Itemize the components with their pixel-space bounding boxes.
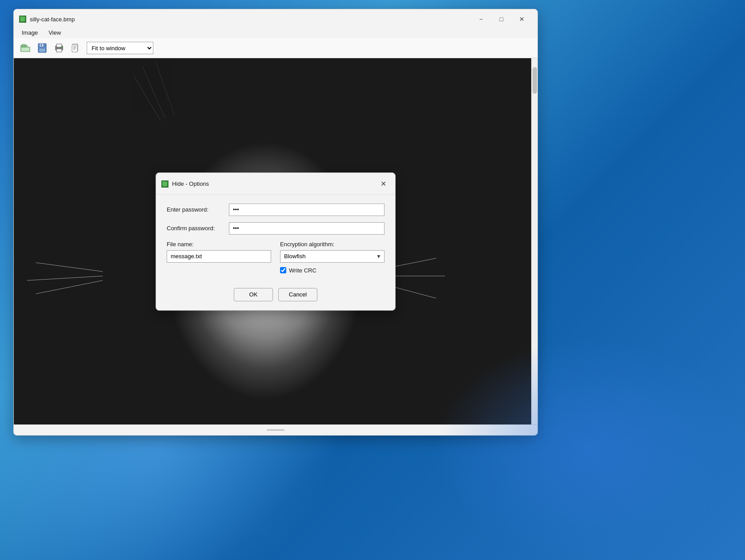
toolbar-save-button[interactable]	[34, 40, 50, 56]
dialog-title-left: Hide - Options	[161, 180, 209, 188]
algorithm-label: Encryption algorithm:	[280, 241, 385, 248]
toolbar-properties-button[interactable]	[68, 40, 84, 56]
dialog-title-bar: Hide - Options ✕	[156, 173, 395, 195]
algorithm-section: Encryption algorithm: Blowfish AES DES 3…	[280, 241, 385, 274]
svg-rect-5	[39, 48, 45, 52]
dialog-body: Enter password: Confirm password: File n…	[156, 195, 395, 283]
menu-image[interactable]: Image	[17, 28, 42, 37]
title-bar-left: silly-cat-face.bmp	[19, 16, 75, 23]
app-window: silly-cat-face.bmp − □ ✕ Image View	[13, 9, 538, 436]
close-button[interactable]: ✕	[512, 12, 532, 26]
window-title: silly-cat-face.bmp	[30, 16, 75, 23]
ok-button[interactable]: OK	[234, 288, 273, 301]
cancel-button[interactable]: Cancel	[278, 288, 317, 301]
title-bar: silly-cat-face.bmp − □ ✕	[14, 9, 537, 27]
zoom-select[interactable]: Fit to window 100% 75% 50% 25% 200%	[87, 42, 153, 54]
form-lower: File name: Encryption algorithm: Blowfis…	[167, 241, 385, 274]
toolbar: Fit to window 100% 75% 50% 25% 200%	[14, 38, 537, 58]
write-crc-row: Write CRC	[280, 267, 385, 274]
dialog-icon	[161, 180, 168, 188]
svg-rect-12	[72, 45, 77, 52]
menu-bar: Image View	[14, 27, 537, 38]
filename-input[interactable]	[167, 250, 271, 263]
dialog-overlay: Hide - Options ✕ Enter password: Confirm…	[14, 58, 537, 424]
write-crc-label: Write CRC	[289, 267, 316, 274]
confirm-password-input[interactable]	[229, 222, 385, 235]
save-icon	[37, 43, 48, 53]
password-input[interactable]	[229, 204, 385, 216]
title-controls: − □ ✕	[471, 12, 532, 26]
password-row: Enter password:	[167, 204, 385, 216]
image-area: Hide - Options ✕ Enter password: Confirm…	[14, 58, 537, 424]
menu-view[interactable]: View	[44, 28, 65, 37]
svg-rect-9	[56, 49, 62, 52]
minimize-button[interactable]: −	[471, 12, 491, 26]
confirm-label: Confirm password:	[167, 225, 229, 232]
confirm-password-row: Confirm password:	[167, 222, 385, 235]
dialog-title: Hide - Options	[172, 180, 209, 187]
filename-section: File name:	[167, 241, 271, 263]
svg-rect-1	[22, 44, 25, 46]
password-label: Enter password:	[167, 206, 229, 213]
maximize-button[interactable]: □	[491, 12, 512, 26]
print-icon	[54, 43, 64, 53]
svg-rect-2	[21, 47, 30, 52]
status-bar-divider	[267, 429, 284, 431]
write-crc-checkbox[interactable]	[280, 267, 286, 273]
svg-rect-10	[61, 47, 62, 48]
toolbar-open-button[interactable]	[17, 40, 33, 56]
open-icon	[20, 43, 31, 53]
status-bar	[14, 424, 537, 435]
algorithm-select-wrap: Blowfish AES DES 3DES ▼	[280, 250, 385, 263]
zoom-select-wrap: Fit to window 100% 75% 50% 25% 200%	[87, 42, 153, 54]
dialog-footer: OK Cancel	[156, 283, 395, 310]
svg-rect-8	[56, 44, 62, 47]
toolbar-print-button[interactable]	[51, 40, 67, 56]
dialog-close-button[interactable]: ✕	[377, 177, 390, 191]
algorithm-select[interactable]: Blowfish AES DES 3DES	[280, 251, 384, 262]
filename-label: File name:	[167, 241, 271, 248]
hide-options-dialog: Hide - Options ✕ Enter password: Confirm…	[156, 172, 396, 311]
svg-rect-6	[41, 44, 42, 46]
app-icon	[19, 16, 26, 23]
properties-icon	[71, 43, 81, 53]
